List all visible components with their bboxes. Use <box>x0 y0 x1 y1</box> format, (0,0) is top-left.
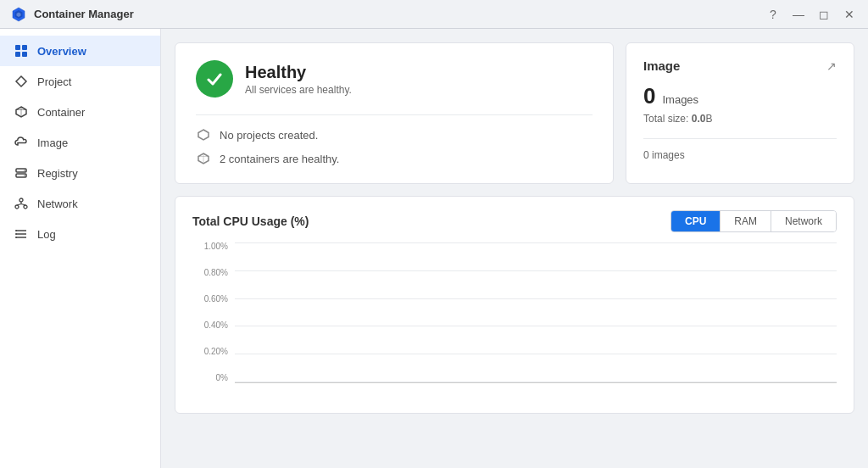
sidebar-item-container[interactable]: Container <box>0 97 160 127</box>
chart-plot <box>235 242 837 382</box>
image-count-label: Images <box>662 93 698 106</box>
chart-y-label-1: 1.00% <box>204 242 228 251</box>
main-content: Healthy All services are healthy. No pro… <box>161 29 868 468</box>
health-check-icon <box>196 60 233 98</box>
network-icon <box>14 196 29 211</box>
sidebar-item-overview[interactable]: Overview <box>0 36 160 66</box>
sidebar: Overview Project Container <box>0 29 161 468</box>
chart-tab-cpu[interactable]: CPU <box>671 211 720 231</box>
sidebar-item-project-label: Project <box>37 75 71 88</box>
svg-point-19 <box>15 237 17 238</box>
image-size: Total size: 0.0B <box>643 113 837 125</box>
image-count-row: 0 Images <box>643 83 837 109</box>
close-button[interactable]: ✕ <box>841 6 858 23</box>
image-card-header: Image ↗ <box>643 58 837 73</box>
chart-header: Total CPU Usage (%) CPU RAM Network <box>192 210 837 232</box>
image-card-link-icon[interactable]: ↗ <box>826 59 837 73</box>
svg-point-13 <box>24 205 27 209</box>
sidebar-item-log-label: Log <box>37 228 56 241</box>
chart-tab-network[interactable]: Network <box>771 211 836 231</box>
svg-point-9 <box>24 170 25 170</box>
restore-button[interactable]: ◻ <box>815 6 832 23</box>
minimize-button[interactable]: — <box>790 6 807 23</box>
cube-icon <box>14 104 29 120</box>
help-button[interactable]: ? <box>765 6 782 23</box>
grid-icon <box>14 43 29 58</box>
svg-rect-3 <box>15 45 20 50</box>
titlebar: Container Manager ? — ◻ ✕ <box>0 0 868 29</box>
sidebar-item-network-label: Network <box>37 198 78 210</box>
health-status-item-projects: No projects created. <box>196 127 593 142</box>
chart-x-axis <box>235 382 837 399</box>
chart-y-label-6: 0% <box>216 374 228 382</box>
health-status-item-containers: 2 containers are healthy. <box>196 151 593 166</box>
chart-y-label-3: 0.60% <box>204 295 228 304</box>
app-logo-icon <box>10 6 27 23</box>
sidebar-item-network[interactable]: Network <box>0 188 160 219</box>
top-section: Healthy All services are healthy. No pro… <box>175 42 854 184</box>
image-size-unit: B <box>705 113 712 125</box>
image-count-number: 0 <box>643 83 655 109</box>
health-text: Healthy All services are healthy. <box>245 63 352 96</box>
titlebar-left: Container Manager <box>10 6 134 23</box>
sidebar-item-image[interactable]: Image <box>0 127 160 158</box>
health-status-projects-text: No projects created. <box>220 129 318 142</box>
diamond-icon <box>14 74 29 89</box>
svg-point-11 <box>19 198 23 202</box>
image-detail: 0 images <box>643 149 837 161</box>
chart-y-labels: 1.00% 0.80% 0.60% 0.40% 0.20% 0% <box>192 242 233 382</box>
chart-card: Total CPU Usage (%) CPU RAM Network 1.00… <box>175 196 854 414</box>
sidebar-item-registry[interactable]: Registry <box>0 158 160 188</box>
chart-y-label-4: 0.40% <box>204 321 228 330</box>
svg-point-10 <box>24 175 25 176</box>
chart-y-label-5: 0.20% <box>204 348 228 356</box>
svg-point-12 <box>15 205 19 209</box>
svg-rect-5 <box>15 52 20 57</box>
health-subtitle: All services are healthy. <box>245 84 352 96</box>
titlebar-controls: ? — ◻ ✕ <box>765 6 858 23</box>
app-title: Container Manager <box>34 8 134 20</box>
svg-point-17 <box>15 230 17 231</box>
chart-tabs: CPU RAM Network <box>670 210 837 232</box>
image-divider <box>643 138 837 139</box>
image-card: Image ↗ 0 Images Total size: 0.0B 0 imag… <box>626 42 854 184</box>
health-divider <box>196 114 593 115</box>
container-status-icon <box>196 151 211 166</box>
chart-title: Total CPU Usage (%) <box>192 214 309 228</box>
chart-area: 1.00% 0.80% 0.60% 0.40% 0.20% 0% <box>192 242 837 399</box>
svg-rect-4 <box>22 45 27 50</box>
health-title: Healthy <box>245 63 352 82</box>
sidebar-item-log[interactable]: Log <box>0 219 160 249</box>
cloud-icon <box>14 135 29 150</box>
sidebar-item-container-label: Container <box>37 106 85 119</box>
sidebar-item-registry-label: Registry <box>37 167 78 180</box>
chart-tab-ram[interactable]: RAM <box>720 211 771 231</box>
sidebar-item-overview-label: Overview <box>37 45 86 58</box>
svg-rect-6 <box>22 52 27 57</box>
svg-point-18 <box>15 233 17 235</box>
image-card-title: Image <box>643 58 680 73</box>
app-body: Overview Project Container <box>0 29 868 468</box>
chart-y-label-2: 0.80% <box>204 269 228 277</box>
project-status-icon <box>196 127 211 142</box>
image-size-value: 0.0 <box>692 113 706 125</box>
sidebar-item-image-label: Image <box>37 136 68 149</box>
health-header: Healthy All services are healthy. <box>196 60 593 98</box>
health-status-list: No projects created. 2 containers are he… <box>196 127 593 166</box>
list-icon <box>14 226 29 242</box>
sidebar-item-project[interactable]: Project <box>0 66 160 97</box>
server-icon <box>14 165 29 181</box>
image-size-label: Total size: <box>643 113 692 125</box>
health-status-containers-text: 2 containers are healthy. <box>220 153 339 165</box>
health-card: Healthy All services are healthy. No pro… <box>175 42 614 184</box>
